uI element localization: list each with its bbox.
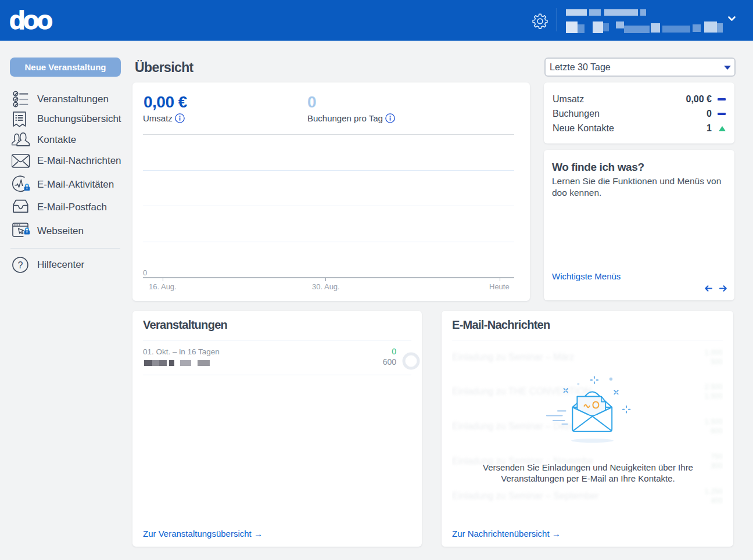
- svg-text:?: ?: [17, 260, 23, 270]
